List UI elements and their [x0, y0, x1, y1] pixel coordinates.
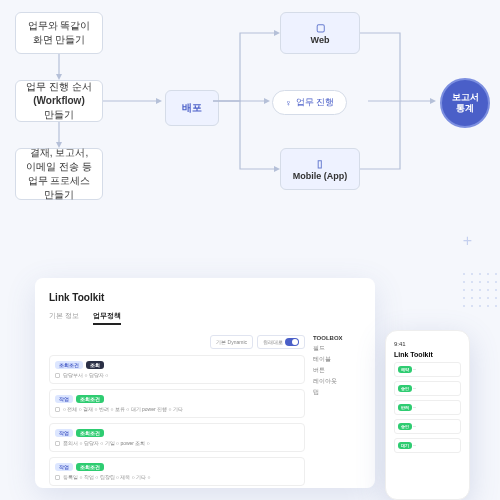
- phone-card[interactable]: 승인 ···: [394, 419, 461, 434]
- toolbox-item[interactable]: 필드: [313, 344, 361, 353]
- toolbox-item[interactable]: 레이아웃: [313, 377, 361, 386]
- toggle-switch[interactable]: [285, 338, 299, 346]
- phone-card[interactable]: 반려 ···: [394, 400, 461, 415]
- config-card-4[interactable]: 작업조회조건 등록일 ○ 작업 ○ 팀장팀 ○ 제목 ○ 기타 ○: [49, 457, 305, 486]
- app-title: Link Toolkit: [49, 292, 361, 303]
- svg-marker-5: [156, 98, 162, 104]
- user-icon: ♀: [285, 98, 292, 108]
- mockup-section: Link Toolkit 기본 정보 업무정책 기본 Dynamic 원래대로 …: [0, 240, 500, 500]
- monitor-icon: ▢: [316, 22, 325, 33]
- step-box-2: 업무 진행 순서 (Workflow) 만들기: [15, 80, 103, 122]
- report-circle: 보고서 통계: [440, 78, 490, 128]
- config-card-1[interactable]: 조회조건조회 담당부서 ○ 담당자 ○: [49, 355, 305, 384]
- step-box-1: 업무와 똑같이 화면 만들기: [15, 12, 103, 54]
- mobile-icon: ▯: [317, 158, 323, 169]
- laptop-mockup: Link Toolkit 기본 정보 업무정책 기본 Dynamic 원래대로 …: [35, 278, 375, 488]
- deploy-badge: 배포: [165, 90, 219, 126]
- tab-policy[interactable]: 업무정책: [93, 311, 121, 325]
- toolbox-panel: TOOLBOX 필드 테이블 버튼 레이아웃 탭: [313, 335, 361, 491]
- dynamic-option[interactable]: 기본 Dynamic: [210, 335, 253, 349]
- phone-card[interactable]: 대기 ···: [394, 438, 461, 453]
- toolbox-item[interactable]: 버튼: [313, 366, 361, 375]
- toolbox-item[interactable]: 테이블: [313, 355, 361, 364]
- workflow-diagram: 업무와 똑같이 화면 만들기 업무 진행 순서 (Workflow) 만들기 결…: [0, 0, 500, 220]
- tab-bar: 기본 정보 업무정책: [49, 311, 361, 325]
- config-card-3[interactable]: 작업조회조건 품의서 ○ 담당자 ○ 기일 ○ power 조회 ○: [49, 423, 305, 452]
- phone-mockup: 9:41 Link Toolkit 예약 ··· 승인 ··· 반려 ··· 승…: [385, 330, 470, 500]
- config-card-2[interactable]: 작업조회조건 ○ 전체 ○ 결재 ○ 반려 ○ 보류 ○ 대기 power 진행…: [49, 389, 305, 418]
- task-progress-pill: ♀ 업무 진행: [272, 90, 347, 115]
- tab-basic[interactable]: 기본 정보: [49, 311, 79, 325]
- mobile-platform-box: ▯ Mobile (App): [280, 148, 360, 190]
- status-bar-time: 9:41: [394, 341, 461, 347]
- step-box-3: 결재, 보고서, 이메일 전송 등 업무 프로세스 만들기: [15, 148, 103, 200]
- web-platform-box: ▢ Web: [280, 12, 360, 54]
- reset-option[interactable]: 원래대로: [257, 335, 305, 349]
- phone-app-title: Link Toolkit: [394, 351, 461, 358]
- toolbox-item[interactable]: 탭: [313, 388, 361, 397]
- svg-marker-11: [430, 98, 436, 104]
- phone-card[interactable]: 예약 ···: [394, 362, 461, 377]
- phone-card[interactable]: 승인 ···: [394, 381, 461, 396]
- svg-marker-9: [264, 98, 270, 104]
